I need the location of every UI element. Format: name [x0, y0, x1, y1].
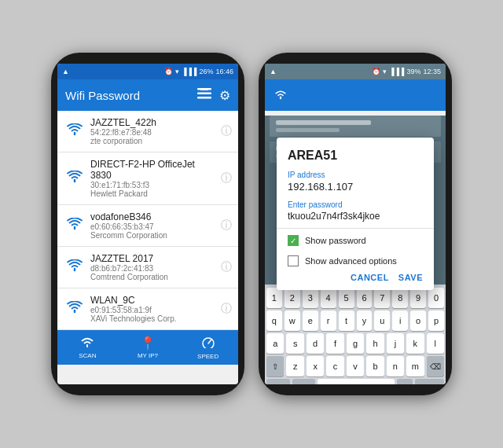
show-advanced-row[interactable]: Show advanced options	[277, 249, 434, 270]
nav-speed[interactable]: SPEED	[178, 336, 238, 360]
key-0[interactable]: 0	[428, 288, 444, 308]
keyboard-row-numbers: 1 2 3 4 5 6 7 8 9 0	[266, 288, 444, 308]
detail-icon-2[interactable]: ⓘ	[221, 171, 232, 185]
detail-icon-5[interactable]: ⓘ	[221, 302, 232, 316]
cancel-button[interactable]: CANCEL	[351, 273, 389, 282]
nav-scan-label: SCAN	[79, 352, 96, 359]
detail-icon-1[interactable]: ⓘ	[221, 124, 232, 138]
show-advanced-checkbox[interactable]	[288, 255, 299, 266]
app-title: Wifi Password	[65, 89, 140, 102]
right-app-title	[273, 89, 288, 102]
key-h[interactable]: h	[366, 333, 384, 354]
key-c[interactable]: c	[326, 356, 343, 376]
key-r[interactable]: r	[321, 310, 336, 331]
wifi-item-5[interactable]: WLAN_9C e0:91:53:58:a1:9f XAVi Technolog…	[57, 288, 238, 330]
wifi-item-1[interactable]: JAZZTEL_422h 54:22:f8:e7:8e:48 zte corpo…	[57, 111, 238, 152]
detail-icon-3[interactable]: ⓘ	[221, 218, 232, 233]
key-b[interactable]: b	[366, 356, 384, 376]
key-k[interactable]: k	[406, 333, 424, 354]
right-alarm-icon: ⏰	[372, 68, 380, 75]
battery-text: 26%	[199, 68, 213, 75]
nav-myip[interactable]: 📍 MY IP?	[118, 336, 178, 359]
key-n[interactable]: n	[387, 356, 404, 376]
wifi-signal-icon-4	[65, 259, 84, 276]
svg-rect-3	[200, 89, 208, 90]
wifi-vendor-2: Hewlett Packard	[90, 189, 215, 198]
wifi-item-2[interactable]: DIRECT-F2-HP OfficeJet 3830 30:e1:71:fb:…	[57, 152, 238, 205]
key-l[interactable]: l	[427, 333, 444, 354]
show-password-checkbox[interactable]: ✓	[288, 235, 299, 246]
key-backspace[interactable]: ⌫	[427, 356, 444, 376]
key-w[interactable]: w	[285, 310, 300, 331]
key-s[interactable]: s	[286, 333, 303, 354]
wifi-signal-icon-3	[65, 218, 84, 234]
key-v[interactable]: v	[347, 356, 364, 376]
svg-rect-1	[197, 92, 211, 94]
key-z[interactable]: z	[286, 356, 303, 376]
wifi-vendor-5: XAVi Technologies Corp.	[90, 314, 215, 323]
key-6[interactable]: 6	[357, 288, 373, 308]
key-o[interactable]: o	[410, 310, 426, 331]
key-e[interactable]: e	[303, 310, 318, 331]
key-3[interactable]: 3	[303, 288, 318, 308]
bottom-nav: SCAN 📍 MY IP? SPEED	[57, 330, 238, 365]
wifi-info-4: JAZZTEL 2017 d8:b6:b7:2c:41:83 Comtrend …	[90, 253, 215, 281]
keyboard-row-zxcv: ⇧ z x c v b n m ⌫	[266, 356, 444, 376]
key-j[interactable]: j	[387, 333, 404, 354]
left-app-bar: Wifi Password ⚙	[57, 79, 238, 111]
wifi-name-5: WLAN_9C	[90, 295, 215, 306]
nav-speed-label: SPEED	[197, 353, 218, 360]
right-wifi-icon: ▾	[383, 68, 387, 75]
key-u[interactable]: u	[374, 310, 390, 331]
key-7[interactable]: 7	[374, 288, 390, 308]
show-advanced-label: Show advanced options	[305, 256, 397, 266]
wifi-mac-4: d8:b6:b7:2c:41:83	[90, 264, 215, 273]
keyboard-row-qwerty: q w e r t y u i o p	[266, 310, 444, 331]
key-8[interactable]: 8	[392, 288, 408, 308]
wifi-list: JAZZTEL_422h 54:22:f8:e7:8e:48 zte corpo…	[57, 111, 238, 330]
key-2[interactable]: 2	[285, 288, 300, 308]
key-m[interactable]: m	[406, 356, 424, 376]
detail-icon-4[interactable]: ⓘ	[221, 260, 232, 274]
wifi-name-4: JAZZTEL 2017	[90, 253, 215, 264]
wifi-info-5: WLAN_9C e0:91:53:58:a1:9f XAVi Technolog…	[90, 295, 215, 323]
key-9[interactable]: 9	[410, 288, 426, 308]
key-q[interactable]: q	[266, 310, 282, 331]
key-y[interactable]: y	[357, 310, 373, 331]
key-a[interactable]: a	[266, 333, 284, 354]
save-button[interactable]: SAVE	[398, 273, 423, 282]
right-screen: ▲ ⏰ ▾ ▐▐▐ 39% 12:35	[265, 64, 446, 384]
left-status-bar: ▲ ⏰ ▾ ▐▐▐ 26% 16:46	[57, 64, 238, 79]
password-value[interactable]: tkuou2u7n4rf3sk4jkoe	[277, 209, 434, 229]
key-emoji[interactable]: ☺	[292, 379, 316, 384]
settings-icon[interactable]: ⚙	[219, 88, 230, 103]
key-space[interactable]: ◄ Català ►	[318, 379, 395, 384]
nav-scan[interactable]: SCAN	[57, 336, 118, 359]
signal-icon: ▲	[62, 68, 69, 75]
wifi-item-4[interactable]: JAZZTEL 2017 d8:b6:b7:2c:41:83 Comtrend …	[57, 247, 238, 288]
key-d[interactable]: d	[307, 333, 324, 354]
left-phone: ▲ ⏰ ▾ ▐▐▐ 26% 16:46 Wifi Password	[51, 53, 244, 395]
key-g[interactable]: g	[347, 333, 364, 354]
key-p[interactable]: p	[428, 310, 444, 331]
key-1[interactable]: 1	[266, 288, 282, 308]
key-4[interactable]: 4	[321, 288, 336, 308]
key-i[interactable]: i	[392, 310, 408, 331]
key-f[interactable]: f	[326, 333, 343, 354]
key-sym[interactable]: Sym	[266, 379, 290, 384]
wifi-item-3[interactable]: vodafoneB346 e0:60:66:35:b3:47 Sercomm C…	[57, 205, 238, 247]
key-t[interactable]: t	[339, 310, 354, 331]
right-status-bar: ▲ ⏰ ▾ ▐▐▐ 39% 12:35	[265, 64, 446, 79]
key-done[interactable]: Done	[415, 379, 444, 384]
wifi-vendor-4: Comtrend Corporation	[90, 273, 215, 281]
key-shift[interactable]: ⇧	[266, 356, 284, 376]
key-period[interactable]: .	[397, 379, 413, 384]
wifi-status-icon: ▾	[175, 68, 179, 75]
key-x[interactable]: x	[307, 356, 324, 376]
wifi-mac-1: 54:22:f8:e7:8e:48	[90, 128, 215, 137]
show-password-row[interactable]: ✓ Show password	[277, 229, 434, 249]
key-5[interactable]: 5	[339, 288, 354, 308]
keyboard-row-bottom: Sym ☺ ◄ Català ► . Done	[266, 379, 444, 384]
speed-icon	[201, 336, 215, 351]
filter-icon[interactable]	[197, 88, 211, 103]
